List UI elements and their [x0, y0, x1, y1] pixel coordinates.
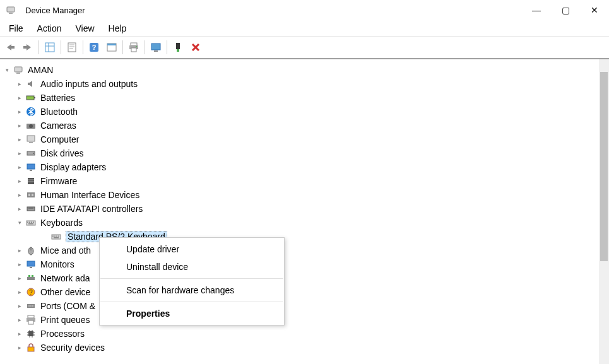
caret-right-icon[interactable]: ▸ [15, 315, 24, 324]
caret-right-icon[interactable]: ▸ [15, 302, 24, 310]
svg-rect-38 [28, 178, 34, 184]
properties-button[interactable] [63, 38, 81, 56]
svg-rect-48 [29, 222, 30, 223]
item-label: IDE ATA/ATAPI controllers [40, 204, 143, 214]
svg-text:?: ? [29, 289, 33, 296]
app-icon [5, 4, 16, 16]
menu-file[interactable]: File [3, 21, 30, 35]
caret-right-icon[interactable]: ▸ [15, 260, 24, 269]
context-item[interactable]: Scan for hardware changes [100, 281, 284, 299]
caret-right-icon[interactable]: ▸ [15, 121, 24, 130]
caret-right-icon[interactable]: ▸ [15, 274, 24, 283]
item-label: Security devices [40, 343, 105, 353]
tree-item[interactable]: ▸Processors [3, 327, 606, 341]
context-item[interactable]: Properties [100, 305, 284, 322]
caret-down-icon[interactable]: ▾ [15, 218, 24, 227]
caret-right-icon[interactable]: ▸ [15, 93, 24, 102]
svg-rect-50 [33, 222, 34, 223]
window-title: Device Manager [25, 6, 85, 15]
context-item[interactable]: Update driver [100, 240, 284, 258]
print-button[interactable] [125, 38, 143, 56]
enable-button[interactable] [169, 38, 187, 56]
device-tree[interactable]: ▾AMAN▸Audio inputs and outputs▸Batteries… [0, 59, 609, 364]
tree-item[interactable]: ▸Computer [3, 132, 606, 146]
help-button[interactable]: ? [85, 38, 103, 56]
caret-right-icon[interactable]: ▸ [15, 329, 24, 338]
caret-right-icon[interactable]: ▸ [15, 343, 24, 352]
item-label: Firmware [40, 176, 77, 186]
disable-button[interactable] [187, 38, 204, 56]
svg-rect-4 [45, 43, 54, 52]
tree-item[interactable]: ▸Network ada [3, 271, 606, 285]
tree-item[interactable]: ▸?Other device [3, 285, 606, 299]
caret-right-icon[interactable]: ▸ [15, 191, 24, 199]
svg-rect-17 [131, 48, 136, 52]
tree-item[interactable]: ▸Audio inputs and outputs [3, 77, 606, 91]
caret-right-icon[interactable]: ▸ [15, 288, 24, 296]
caret-right-icon[interactable]: ▸ [15, 246, 24, 255]
tree-item[interactable]: ▸Security devices [3, 341, 606, 355]
svg-rect-28 [34, 97, 35, 98]
context-menu: Update driverUninstall deviceScan for ha… [99, 237, 285, 326]
toolbar: ? [0, 37, 609, 59]
tree-item[interactable]: ▸Ports (COM & [3, 299, 606, 313]
show-hide-button[interactable] [41, 38, 59, 56]
forward-button[interactable] [19, 38, 37, 56]
tree-item[interactable]: ▸IDE ATA/ATAPI controllers [3, 202, 606, 216]
svg-point-69 [30, 305, 32, 307]
item-label: Human Interface Devices [40, 190, 139, 200]
item-label: Processors [40, 329, 85, 339]
printer-icon [25, 314, 37, 326]
tree-item[interactable]: ▸Mice and oth [3, 244, 606, 257]
caret-right-icon[interactable]: ▸ [15, 149, 24, 158]
caret-right-icon[interactable]: ▸ [15, 107, 24, 116]
caret-right-icon[interactable]: ▸ [15, 135, 24, 144]
scroll-thumb[interactable] [600, 72, 608, 261]
port-icon [25, 300, 37, 312]
minimize-button[interactable]: — [522, 0, 551, 20]
caret-down-icon[interactable]: ▾ [3, 66, 11, 74]
tree-item[interactable]: ▸Cameras [3, 119, 606, 132]
tree-item[interactable]: ▸Batteries [3, 91, 606, 105]
svg-point-18 [136, 46, 137, 47]
back-button[interactable] [1, 38, 19, 56]
tree-item[interactable]: ▾Keyboards [3, 216, 606, 230]
vertical-scrollbar[interactable] [599, 59, 609, 364]
tree-item[interactable]: ▸Bluetooth [3, 105, 606, 119]
keyboard-icon [50, 231, 62, 242]
svg-rect-41 [27, 192, 35, 197]
caret-right-icon[interactable]: ▸ [15, 177, 24, 185]
cpu-icon [25, 328, 37, 339]
svg-rect-55 [56, 236, 57, 237]
tree-item[interactable]: ▸Disk drives [3, 146, 606, 160]
menu-view[interactable]: View [69, 21, 100, 35]
refresh-button[interactable] [147, 38, 165, 56]
tree-root[interactable]: ▾AMAN [3, 63, 606, 77]
close-button[interactable]: ✕ [580, 0, 609, 20]
ide-icon [25, 203, 37, 214]
maximize-button[interactable]: ▢ [551, 0, 580, 20]
svg-point-70 [32, 305, 33, 307]
item-label: Mice and oth [40, 245, 91, 255]
tree-item[interactable]: ▸Display adapters [3, 160, 606, 174]
svg-rect-2 [10, 46, 15, 49]
tree-item[interactable]: ▸Print queues [3, 313, 606, 327]
tree-item[interactable]: ▸Monitors [3, 257, 606, 271]
svg-rect-7 [68, 43, 76, 52]
svg-rect-44 [27, 207, 35, 211]
svg-rect-64 [32, 275, 33, 277]
caret-right-icon[interactable]: ▸ [15, 204, 24, 213]
tree-item-child[interactable]: ▸Standard PS/2 Keyboard [3, 230, 606, 244]
separator [122, 40, 123, 54]
svg-rect-51 [28, 223, 33, 225]
tree-item[interactable]: ▸Firmware [3, 174, 606, 188]
menu-help[interactable]: Help [102, 21, 133, 35]
view-config-button[interactable] [103, 38, 121, 56]
content-area: ▾AMAN▸Audio inputs and outputs▸Batteries… [0, 59, 609, 364]
tree-item[interactable]: ▸Human Interface Devices [3, 188, 606, 202]
caret-right-icon[interactable]: ▸ [15, 79, 24, 88]
firmware-icon [25, 175, 37, 187]
caret-right-icon[interactable]: ▸ [15, 163, 24, 172]
menu-action[interactable]: Action [31, 21, 68, 35]
context-item[interactable]: Uninstall device [100, 258, 284, 276]
